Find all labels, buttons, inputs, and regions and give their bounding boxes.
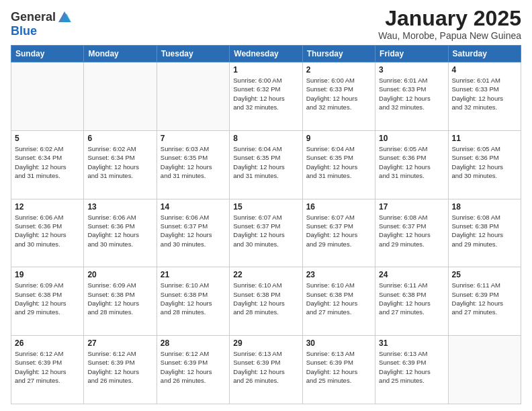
day-info: Sunrise: 6:04 AM Sunset: 6:35 PM Dayligh… bbox=[306, 144, 371, 180]
day-info: Sunrise: 6:07 AM Sunset: 6:37 PM Dayligh… bbox=[306, 213, 371, 248]
day-cell: 19Sunrise: 6:09 AM Sunset: 6:38 PM Dayli… bbox=[11, 267, 84, 336]
day-number: 13 bbox=[87, 202, 152, 212]
day-info: Sunrise: 6:13 AM Sunset: 6:39 PM Dayligh… bbox=[233, 349, 298, 385]
day-cell: 22Sunrise: 6:10 AM Sunset: 6:38 PM Dayli… bbox=[230, 267, 302, 336]
day-number: 21 bbox=[161, 270, 226, 279]
day-info: Sunrise: 6:08 AM Sunset: 6:38 PM Dayligh… bbox=[452, 213, 517, 248]
day-cell: 29Sunrise: 6:13 AM Sunset: 6:39 PM Dayli… bbox=[230, 336, 302, 404]
day-cell: 28Sunrise: 6:12 AM Sunset: 6:39 PM Dayli… bbox=[157, 336, 229, 404]
day-cell bbox=[84, 62, 157, 131]
day-info: Sunrise: 6:00 AM Sunset: 6:33 PM Dayligh… bbox=[306, 76, 371, 111]
week-row-5: 26Sunrise: 6:12 AM Sunset: 6:39 PM Dayli… bbox=[11, 336, 521, 404]
day-number: 7 bbox=[161, 134, 226, 143]
day-number: 19 bbox=[15, 270, 80, 279]
day-info: Sunrise: 6:10 AM Sunset: 6:38 PM Dayligh… bbox=[233, 281, 298, 316]
day-number: 28 bbox=[161, 338, 226, 348]
day-info: Sunrise: 6:10 AM Sunset: 6:38 PM Dayligh… bbox=[161, 281, 226, 316]
day-cell: 31Sunrise: 6:13 AM Sunset: 6:39 PM Dayli… bbox=[375, 336, 448, 404]
day-info: Sunrise: 6:12 AM Sunset: 6:39 PM Dayligh… bbox=[87, 349, 152, 385]
day-cell: 5Sunrise: 6:02 AM Sunset: 6:34 PM Daylig… bbox=[11, 130, 84, 199]
day-info: Sunrise: 6:11 AM Sunset: 6:39 PM Dayligh… bbox=[452, 281, 517, 316]
col-monday: Monday bbox=[84, 46, 157, 62]
day-info: Sunrise: 6:08 AM Sunset: 6:37 PM Dayligh… bbox=[379, 213, 444, 248]
day-info: Sunrise: 6:06 AM Sunset: 6:36 PM Dayligh… bbox=[87, 213, 152, 248]
day-number: 8 bbox=[233, 134, 298, 143]
day-number: 2 bbox=[306, 65, 371, 75]
day-number: 12 bbox=[15, 202, 80, 212]
logo-blue-text: Blue bbox=[11, 24, 37, 38]
day-cell: 8Sunrise: 6:04 AM Sunset: 6:35 PM Daylig… bbox=[230, 130, 302, 199]
day-info: Sunrise: 6:12 AM Sunset: 6:39 PM Dayligh… bbox=[161, 349, 226, 385]
day-info: Sunrise: 6:13 AM Sunset: 6:39 PM Dayligh… bbox=[306, 349, 371, 385]
day-info: Sunrise: 6:09 AM Sunset: 6:38 PM Dayligh… bbox=[15, 281, 80, 316]
col-tuesday: Tuesday bbox=[157, 46, 229, 62]
day-cell: 2Sunrise: 6:00 AM Sunset: 6:33 PM Daylig… bbox=[302, 62, 375, 131]
week-row-4: 19Sunrise: 6:09 AM Sunset: 6:38 PM Dayli… bbox=[11, 267, 521, 336]
day-info: Sunrise: 6:11 AM Sunset: 6:38 PM Dayligh… bbox=[379, 281, 444, 316]
day-cell: 9Sunrise: 6:04 AM Sunset: 6:35 PM Daylig… bbox=[302, 130, 375, 199]
day-cell bbox=[11, 62, 84, 131]
day-number: 31 bbox=[379, 338, 444, 348]
week-row-2: 5Sunrise: 6:02 AM Sunset: 6:34 PM Daylig… bbox=[11, 130, 521, 199]
title-block: January 2025 Wau, Morobe, Papua New Guin… bbox=[378, 7, 521, 41]
day-number: 14 bbox=[161, 202, 226, 212]
day-number: 16 bbox=[306, 202, 371, 212]
logo-general-text: General bbox=[11, 11, 56, 24]
day-cell: 10Sunrise: 6:05 AM Sunset: 6:36 PM Dayli… bbox=[375, 130, 448, 199]
day-info: Sunrise: 6:03 AM Sunset: 6:35 PM Dayligh… bbox=[161, 144, 226, 180]
day-info: Sunrise: 6:00 AM Sunset: 6:32 PM Dayligh… bbox=[233, 76, 298, 111]
day-cell: 18Sunrise: 6:08 AM Sunset: 6:38 PM Dayli… bbox=[448, 199, 521, 267]
day-info: Sunrise: 6:05 AM Sunset: 6:36 PM Dayligh… bbox=[379, 144, 444, 180]
col-sunday: Sunday bbox=[11, 46, 84, 62]
day-number: 4 bbox=[452, 65, 517, 75]
logo: General Blue bbox=[11, 10, 72, 38]
logo-icon bbox=[57, 10, 72, 25]
day-cell: 4Sunrise: 6:01 AM Sunset: 6:33 PM Daylig… bbox=[448, 62, 521, 131]
col-friday: Friday bbox=[375, 46, 448, 62]
day-number: 9 bbox=[306, 134, 371, 143]
day-cell: 11Sunrise: 6:05 AM Sunset: 6:36 PM Dayli… bbox=[448, 130, 521, 199]
page: General Blue January 2025 Wau, Morobe, P… bbox=[0, 0, 532, 411]
day-number: 3 bbox=[379, 65, 444, 75]
day-info: Sunrise: 6:01 AM Sunset: 6:33 PM Dayligh… bbox=[379, 76, 444, 111]
day-number: 22 bbox=[233, 270, 298, 279]
day-number: 23 bbox=[306, 270, 371, 279]
day-cell: 23Sunrise: 6:10 AM Sunset: 6:38 PM Dayli… bbox=[302, 267, 375, 336]
calendar-table: Sunday Monday Tuesday Wednesday Thursday… bbox=[11, 45, 521, 404]
day-info: Sunrise: 6:02 AM Sunset: 6:34 PM Dayligh… bbox=[15, 144, 80, 180]
day-cell: 6Sunrise: 6:02 AM Sunset: 6:34 PM Daylig… bbox=[84, 130, 157, 199]
day-number: 6 bbox=[87, 134, 152, 143]
day-info: Sunrise: 6:07 AM Sunset: 6:37 PM Dayligh… bbox=[233, 213, 298, 248]
day-info: Sunrise: 6:04 AM Sunset: 6:35 PM Dayligh… bbox=[233, 144, 298, 180]
day-info: Sunrise: 6:10 AM Sunset: 6:38 PM Dayligh… bbox=[306, 281, 371, 316]
day-number: 24 bbox=[379, 270, 444, 279]
day-info: Sunrise: 6:05 AM Sunset: 6:36 PM Dayligh… bbox=[452, 144, 517, 180]
header: General Blue January 2025 Wau, Morobe, P… bbox=[11, 7, 521, 41]
day-info: Sunrise: 6:02 AM Sunset: 6:34 PM Dayligh… bbox=[87, 144, 152, 180]
day-cell bbox=[448, 336, 521, 404]
day-number: 20 bbox=[87, 270, 152, 279]
day-info: Sunrise: 6:12 AM Sunset: 6:39 PM Dayligh… bbox=[15, 349, 80, 385]
day-number: 26 bbox=[15, 338, 80, 348]
day-number: 30 bbox=[306, 338, 371, 348]
day-number: 29 bbox=[233, 338, 298, 348]
location-subtitle: Wau, Morobe, Papua New Guinea bbox=[378, 30, 521, 41]
day-number: 25 bbox=[452, 270, 517, 279]
day-cell: 25Sunrise: 6:11 AM Sunset: 6:39 PM Dayli… bbox=[448, 267, 521, 336]
day-number: 1 bbox=[233, 65, 298, 75]
day-number: 18 bbox=[452, 202, 517, 212]
day-cell: 21Sunrise: 6:10 AM Sunset: 6:38 PM Dayli… bbox=[157, 267, 229, 336]
day-cell: 12Sunrise: 6:06 AM Sunset: 6:36 PM Dayli… bbox=[11, 199, 84, 267]
day-cell: 1Sunrise: 6:00 AM Sunset: 6:32 PM Daylig… bbox=[230, 62, 302, 131]
col-saturday: Saturday bbox=[448, 46, 521, 62]
col-thursday: Thursday bbox=[302, 46, 375, 62]
day-info: Sunrise: 6:06 AM Sunset: 6:36 PM Dayligh… bbox=[15, 213, 80, 248]
day-cell: 15Sunrise: 6:07 AM Sunset: 6:37 PM Dayli… bbox=[230, 199, 302, 267]
day-cell: 30Sunrise: 6:13 AM Sunset: 6:39 PM Dayli… bbox=[302, 336, 375, 404]
day-info: Sunrise: 6:09 AM Sunset: 6:38 PM Dayligh… bbox=[87, 281, 152, 316]
month-title: January 2025 bbox=[378, 7, 521, 30]
day-info: Sunrise: 6:13 AM Sunset: 6:39 PM Dayligh… bbox=[379, 349, 444, 385]
day-cell: 20Sunrise: 6:09 AM Sunset: 6:38 PM Dayli… bbox=[84, 267, 157, 336]
day-number: 27 bbox=[87, 338, 152, 348]
day-info: Sunrise: 6:06 AM Sunset: 6:37 PM Dayligh… bbox=[161, 213, 226, 248]
